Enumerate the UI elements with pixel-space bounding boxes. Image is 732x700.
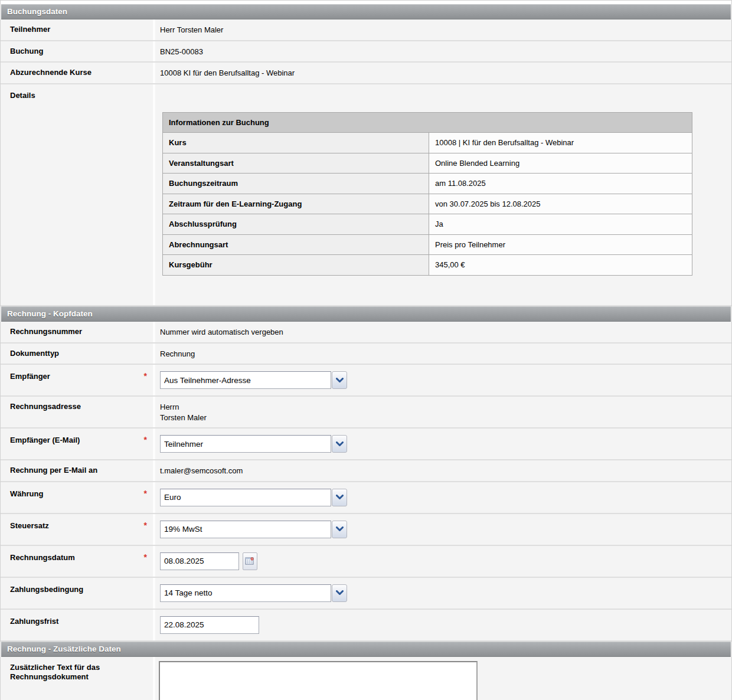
row-value <box>155 514 731 545</box>
table-row-label: Veranstaltungsart <box>163 153 429 174</box>
row-value: t.maler@semcosoft.com <box>155 460 731 481</box>
table-row: Abschlussprüfung Ja <box>163 214 692 235</box>
chevron-down-icon[interactable] <box>332 435 347 453</box>
row-label: Steuersatz * <box>1 514 153 545</box>
chevron-down-icon[interactable] <box>332 371 347 389</box>
zahlungsfrist-input[interactable] <box>160 616 259 634</box>
row-label-text: Empfänger <box>10 372 50 381</box>
empfaenger-email-combobox-input[interactable] <box>160 435 331 453</box>
table-row-label: Abschlussprüfung <box>163 214 429 235</box>
row-buchung: Buchung BN25-00083 <box>1 41 731 63</box>
table-title: Informationen zur Buchung <box>163 112 692 133</box>
empfaenger-combobox[interactable] <box>160 371 347 389</box>
row-label: Empfänger (E-Mail) * <box>1 428 153 459</box>
required-marker: * <box>144 372 147 381</box>
row-zahlungsbedingung: Zahlungsbedingung <box>1 578 731 610</box>
chevron-down-icon[interactable] <box>332 489 347 506</box>
empfaenger-email-combobox[interactable] <box>160 435 347 453</box>
row-label: Empfänger * <box>1 365 153 395</box>
row-details: Details Informationen zur Buchung Kurs 1… <box>1 84 731 306</box>
row-label: Rechnung per E-Mail an <box>1 460 153 481</box>
section-title: Rechnung - Kopfdaten <box>7 309 93 318</box>
table-row: Veranstaltungsart Online Blended Learnin… <box>163 153 692 174</box>
row-label-text: Rechnungsdatum <box>10 553 75 562</box>
row-label: Währung * <box>1 482 153 513</box>
table-row: Kurs 10008 | KI für den Berufsalltag - W… <box>163 133 692 153</box>
row-label: Zahlungsbedingung <box>1 578 153 609</box>
chevron-down-icon[interactable] <box>332 521 347 538</box>
steuersatz-combobox-input[interactable] <box>160 521 331 538</box>
row-empfaenger: Empfänger * <box>1 365 731 397</box>
row-value: Herr Torsten Maler <box>155 19 731 40</box>
table-row-value: 345,00 € <box>429 255 692 276</box>
row-zahlungsfrist: Zahlungsfrist <box>1 610 731 642</box>
row-zusaetzlicher-text: Zusätzlicher Text für das Rechnungsdokum… <box>1 657 731 700</box>
row-label: Rechnungsdatum * <box>1 546 153 577</box>
row-value: Informationen zur Buchung Kurs 10008 | K… <box>155 84 731 305</box>
row-label: Zahlungsfrist <box>1 610 153 640</box>
row-value: Nummer wird automatisch vergeben <box>155 322 731 342</box>
row-value <box>155 657 731 700</box>
section-header-buchungsdaten: Buchungsdaten <box>1 4 731 19</box>
table-row-value: Preis pro Teilnehmer <box>429 234 692 255</box>
row-value <box>155 546 731 577</box>
row-abzurechnende-kurse: Abzurechnende Kurse 10008 KI für den Ber… <box>1 63 731 84</box>
row-label: Buchung <box>1 41 153 62</box>
table-header-row: Informationen zur Buchung <box>163 112 692 133</box>
table-row-value: von 30.07.2025 bis 12.08.2025 <box>429 194 692 214</box>
chevron-down-icon[interactable] <box>332 584 347 602</box>
table-row-value: 10008 | KI für den Berufsalltag - Webina… <box>429 133 692 153</box>
row-label-text: Empfänger (E-Mail) <box>10 436 80 445</box>
row-label: Rechnungsadresse <box>1 397 153 427</box>
row-waehrung: Währung * <box>1 482 731 514</box>
row-label: Rechnungsnummer <box>1 322 153 342</box>
table-row: Kursgebühr 345,00 € <box>163 255 692 276</box>
row-dokumenttyp: Dokumenttyp Rechnung <box>1 344 731 365</box>
zahlungsbedingung-combobox-input[interactable] <box>160 584 331 602</box>
row-label: Abzurechnende Kurse <box>1 63 153 83</box>
table-row-value: am 11.08.2025 <box>429 174 692 194</box>
row-rechnung-per-email: Rechnung per E-Mail an t.maler@semcosoft… <box>1 460 731 482</box>
row-rechnungsdatum: Rechnungsdatum * <box>1 546 731 578</box>
row-label: Teilnehmer <box>1 19 153 40</box>
row-value <box>155 365 731 395</box>
booking-invoice-form-page: Buchungsdaten Teilnehmer Herr Torsten Ma… <box>0 0 732 700</box>
required-marker: * <box>144 521 147 530</box>
waehrung-combobox[interactable] <box>160 489 347 506</box>
row-label: Dokumenttyp <box>1 344 153 364</box>
table-row: Zeitraum für den E-Learning-Zugang von 3… <box>163 194 692 214</box>
row-value <box>155 578 731 609</box>
row-value: BN25-00083 <box>155 41 731 62</box>
row-rechnungsadresse: Rechnungsadresse Herrn Torsten Maler <box>1 397 731 428</box>
table-row-value: Online Blended Learning <box>429 153 692 174</box>
steuersatz-combobox[interactable] <box>160 521 347 538</box>
rechnungsdatum-input[interactable] <box>160 552 239 570</box>
table-row-label: Kurs <box>163 133 429 153</box>
row-value <box>155 482 731 513</box>
row-teilnehmer: Teilnehmer Herr Torsten Maler <box>1 19 731 41</box>
row-rechnungsnummer: Rechnungsnummer Nummer wird automatisch … <box>1 322 731 344</box>
table-row-value: Ja <box>429 214 692 235</box>
row-empfaenger-email: Empfänger (E-Mail) * <box>1 428 731 460</box>
row-label-text: Steuersatz <box>10 521 49 531</box>
calendar-icon[interactable] <box>243 552 257 570</box>
row-label: Details <box>1 84 153 305</box>
table-row-label: Abrechnungsart <box>163 234 429 255</box>
row-value: Rechnung <box>155 344 731 364</box>
section-header-rechnung-kopfdaten: Rechnung - Kopfdaten <box>1 306 731 322</box>
row-value: 10008 KI für den Berufsalltag - Webinar <box>155 63 731 83</box>
rechnungsdokument-text-textarea[interactable] <box>159 661 478 700</box>
empfaenger-combobox-input[interactable] <box>160 371 331 389</box>
zahlungsbedingung-combobox[interactable] <box>160 584 347 602</box>
section-title: Buchungsdaten <box>7 7 67 16</box>
booking-info-table: Informationen zur Buchung Kurs 10008 | K… <box>162 112 692 276</box>
row-label: Zusätzlicher Text für das Rechnungsdokum… <box>1 657 153 700</box>
waehrung-combobox-input[interactable] <box>160 489 331 506</box>
row-value: Herrn Torsten Maler <box>155 397 731 427</box>
row-label-text: Währung <box>10 489 43 499</box>
row-value <box>155 428 731 459</box>
section-header-rechnung-zusaetzliche-daten: Rechnung - Zusätzliche Daten <box>1 642 731 657</box>
required-marker: * <box>144 436 147 444</box>
required-marker: * <box>144 489 147 498</box>
table-row-label: Kursgebühr <box>163 255 429 276</box>
